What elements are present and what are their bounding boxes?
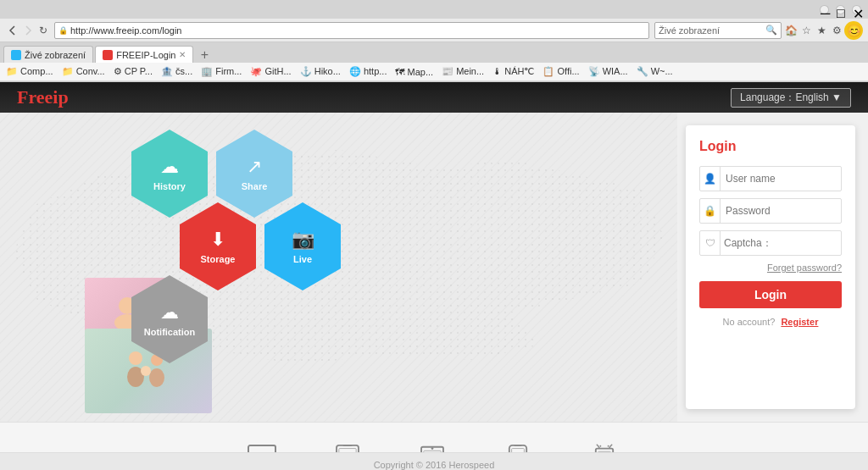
live-label: Live [293, 254, 312, 264]
hex-notification[interactable]: ☁ Notification [131, 275, 208, 363]
user-avatar[interactable]: 😊 [844, 21, 863, 40]
tab-1[interactable]: Živé zobrazení [3, 46, 93, 63]
svg-rect-21 [514, 445, 521, 446]
forget-password-link[interactable]: Forget password? [767, 263, 842, 273]
hex-live[interactable]: 📷 Live [264, 202, 341, 290]
svg-point-26 [608, 445, 609, 447]
page-content: Freeip Language：English ▼ [0, 82, 868, 452]
search-bar[interactable]: Živé zobrazení 🔍 [654, 22, 782, 39]
search-text: Živé zobrazení [659, 25, 720, 36]
device-tablet[interactable]: Tablet [415, 444, 449, 452]
logo: Freeip [17, 86, 69, 108]
svg-point-8 [141, 366, 151, 376]
device-activex[interactable]: Activex [244, 444, 280, 452]
login-button[interactable]: Login [699, 281, 842, 308]
tab-2[interactable]: FREEIP-Login ✕ [95, 46, 193, 63]
device-android[interactable]: Android [586, 444, 624, 452]
footer: Copyright © 2016 Herospeed [0, 452, 868, 470]
svg-rect-19 [424, 451, 441, 452]
bookmark-comp[interactable]: 📁 Comp... [3, 66, 56, 77]
captcha-input[interactable] [721, 237, 842, 249]
android-icon [587, 444, 621, 452]
new-tab-btn[interactable]: + [197, 47, 212, 63]
svg-rect-9 [248, 445, 275, 452]
bookmark-cp[interactable]: ⚙ CP P... [111, 66, 155, 77]
bookmark-mein[interactable]: 📰 Mein... [439, 66, 487, 77]
tabs-bar: Živé zobrazení FREEIP-Login ✕ + [0, 42, 868, 63]
home-btn[interactable]: 🏠 [783, 23, 798, 38]
tablet-icon [415, 444, 449, 452]
copyright-text: Copyright © 2016 Herospeed [374, 460, 495, 470]
refresh-btn[interactable]: ↻ [36, 23, 51, 38]
register-link[interactable]: Register [781, 317, 818, 327]
tab1-favicon [11, 50, 21, 60]
address-bar[interactable]: 🔒 http://www.freeip.com/login [54, 22, 649, 39]
captcha-group: 🛡 ↺ ⁰/3 [699, 230, 842, 256]
bookmark-map[interactable]: 🗺 Map... [392, 67, 436, 77]
username-group: 👤 [699, 166, 842, 191]
settings-btn[interactable]: ⚙ [829, 23, 844, 38]
window-controls[interactable]: ─ □ ✕ [815, 5, 861, 14]
svg-point-7 [149, 368, 164, 387]
bookmark-git[interactable]: 🐙 GitH... [248, 66, 293, 77]
svg-point-25 [600, 445, 602, 447]
activex-icon [245, 444, 279, 452]
title-bar: ─ □ ✕ [0, 0, 868, 19]
history-icon: ☁ [160, 156, 179, 178]
username-input[interactable] [721, 173, 842, 185]
forward-btn[interactable] [20, 23, 36, 38]
hexagons-container: ☁ History ↗ Share ⬇ Storage 📷 [127, 130, 345, 348]
device-ipad[interactable]: iPad [331, 444, 364, 452]
password-group: 🔒 [699, 198, 842, 224]
svg-rect-15 [339, 449, 356, 452]
svg-point-17 [431, 447, 434, 450]
bookmark-conv[interactable]: 📁 Conv... [59, 66, 108, 77]
no-account-label: No account? [723, 317, 776, 327]
lock-icon: 🔒 [58, 26, 68, 35]
login-panel: Login 👤 🔒 🛡 ↺ ⁰/3 Forget password? [686, 125, 855, 409]
svg-rect-28 [598, 451, 611, 452]
bookmark-firm[interactable]: 🏢 Firm... [198, 66, 244, 77]
no-account-text: No account? Register [699, 317, 842, 327]
star-btn[interactable]: ☆ [798, 23, 814, 38]
svg-rect-13 [343, 445, 353, 446]
tab2-close[interactable]: ✕ [179, 50, 186, 59]
bookmark-offi[interactable]: 📋 Offi... [540, 66, 581, 77]
share-label: Share [242, 181, 268, 191]
back-btn[interactable] [5, 23, 20, 38]
bookmark-hiko[interactable]: ⚓ Hiko... [298, 66, 343, 77]
lock-icon: 🔒 [700, 199, 721, 223]
bookmark-wia[interactable]: 📡 WIA... [586, 66, 631, 77]
main-area: ☁ History ↗ Share ⬇ Storage 📷 [0, 113, 868, 422]
share-icon: ↗ [247, 156, 262, 178]
language-btn[interactable]: Language：English ▼ [731, 88, 851, 108]
nav-bar: ↻ 🔒 http://www.freeip.com/login Živé zob… [0, 19, 868, 42]
bookmark-nahl[interactable]: 🌡 NÁH℃ [490, 66, 537, 77]
url-text: http://www.freeip.com/login [70, 25, 181, 36]
close-btn[interactable]: ✕ [852, 5, 861, 14]
devices-section: Activex iPad Tablet [0, 422, 868, 452]
user-icon: 👤 [700, 167, 721, 191]
svg-rect-23 [511, 449, 524, 452]
star-filled-btn[interactable]: ★ [814, 23, 829, 38]
tab2-label: FREEIP-Login [116, 50, 175, 60]
login-title: Login [699, 139, 842, 154]
bookmark-http[interactable]: 🌐 http... [347, 66, 390, 77]
notification-label: Notification [144, 327, 196, 337]
search-icon: 🔍 [765, 25, 777, 36]
storage-icon: ⬇ [210, 229, 225, 251]
tab2-favicon [103, 50, 113, 60]
tab1-label: Živé zobrazení [25, 50, 86, 60]
storage-label: Storage [201, 254, 236, 264]
bookmark-w[interactable]: 🔧 W~... [634, 66, 676, 77]
ipad-icon [331, 444, 364, 452]
shield-icon: 🛡 [700, 231, 721, 255]
device-iphone[interactable]: iPhone [500, 444, 534, 452]
bookmark-cs[interactable]: 🏦 čs... [159, 66, 195, 77]
minimize-btn[interactable]: ─ [820, 5, 829, 14]
forget-password: Forget password? [699, 263, 842, 273]
restore-btn[interactable]: □ [836, 5, 845, 14]
iphone-icon [501, 444, 535, 452]
password-input[interactable] [721, 205, 842, 217]
notification-icon: ☁ [160, 301, 179, 323]
